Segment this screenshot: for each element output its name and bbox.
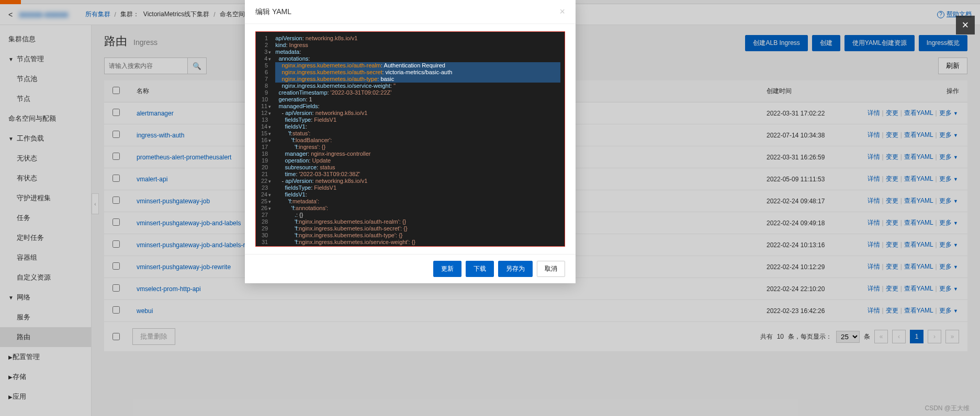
modal-close-icon[interactable]: × (559, 6, 565, 17)
cancel-button[interactable]: 取消 (537, 261, 565, 277)
yaml-editor[interactable]: 1 2 3▾4▾5 6 7 8 9 10 11▾12▾13 14▾15▾16▾1… (256, 32, 565, 246)
edit-yaml-modal: 编辑 YAML × 1 2 3▾4▾5 6 7 8 9 10 11▾12▾13 … (245, 0, 576, 283)
modal-title: 编辑 YAML (255, 7, 291, 17)
download-button[interactable]: 下载 (466, 261, 494, 277)
yaml-editor-wrap: 1 2 3▾4▾5 6 7 8 9 10 11▾12▾13 14▾15▾16▾1… (255, 31, 565, 247)
overlay-close-icon[interactable]: × (956, 16, 975, 34)
saveas-button[interactable]: 另存为 (498, 261, 533, 277)
update-button[interactable]: 更新 (433, 261, 461, 277)
